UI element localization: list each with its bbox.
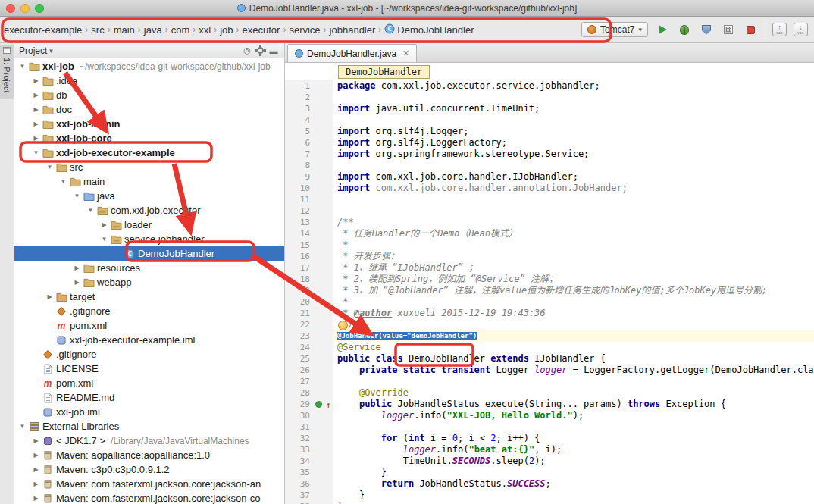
code-line-11[interactable]: 11 (285, 194, 814, 205)
tree-item-maven-com-fasterxml-jackson-core-jackson-co[interactable]: ▶Maven: com.fasterxml.jackson.core:jacks… (14, 491, 284, 504)
collapsed-arrow-icon[interactable]: ▶ (72, 265, 82, 271)
tree-item-db[interactable]: ▶db (14, 88, 284, 102)
collapsed-arrow-icon[interactable]: ▶ (31, 495, 41, 502)
breadcrumb-item-main[interactable]: main (111, 23, 137, 37)
tree-item-xxl-job-admin[interactable]: ▶xxl-job-admin (14, 117, 284, 131)
breadcrumb-item-job[interactable]: job (218, 23, 235, 37)
vcs-commit-button[interactable]: ↓ vcs (794, 23, 808, 36)
tree-item-webapp[interactable]: ▶webapp (14, 275, 284, 290)
tree-item-maven-c3p0-c3p0-0-9-1-2[interactable]: ▶Maven: c3p0:c3p0:0.9.1.2 (14, 462, 284, 477)
code-line-22[interactable]: 22 */ (285, 319, 814, 330)
collapsed-arrow-icon[interactable]: ▶ (31, 466, 41, 473)
breadcrumb-item-demojobhandler[interactable]: CDemoJobHandler (382, 22, 476, 38)
code-line-37[interactable]: 37 } (285, 490, 814, 501)
expanded-arrow-icon[interactable]: ▼ (72, 193, 82, 199)
tree-item-com-xxl-job-executor[interactable]: ▼com.xxl.job.executor (14, 203, 284, 218)
collapsed-arrow-icon[interactable]: ▶ (31, 452, 41, 459)
expanded-arrow-icon[interactable]: ▼ (86, 207, 95, 214)
collapsed-arrow-icon[interactable]: ▶ (31, 121, 41, 127)
tree-item-pom-xml[interactable]: mpom.xml (14, 318, 284, 333)
editor-tab-demojobhandler[interactable]: DemoJobHandler.java ✕ (287, 44, 417, 62)
collapsed-arrow-icon[interactable]: ▶ (31, 437, 41, 444)
code-line-14[interactable]: 14 * 任务Handler的一个Demo（Bean模式） (285, 228, 814, 239)
code-editor[interactable]: 1package com.xxl.job.executor.service.jo… (285, 80, 814, 504)
collapsed-arrow-icon[interactable]: ▶ (31, 92, 41, 99)
close-tab-icon[interactable]: ✕ (402, 49, 409, 58)
tree-item-demojobhandler[interactable]: CDemoJobHandler (14, 246, 284, 261)
tree-item-main[interactable]: ▼main (14, 174, 284, 189)
tree-item-xxl-job-iml[interactable]: xxl-job.iml (14, 405, 284, 419)
breadcrumb-item-xxl[interactable]: xxl (196, 23, 213, 37)
tree-item-external-libraries[interactable]: ▼External Libraries (14, 419, 284, 434)
code-line-25[interactable]: 25public class DemoJobHandler extends IJ… (285, 353, 814, 365)
collapsed-arrow-icon[interactable]: ▶ (45, 293, 55, 300)
chevron-down-icon[interactable]: ▾ (49, 47, 53, 55)
breadcrumb-item-executor-example[interactable]: executor-example (2, 23, 84, 37)
override-method-icon[interactable]: ↑ (326, 399, 331, 411)
tree-item-pom-xml[interactable]: mpom.xml (14, 376, 284, 390)
tree-item-target[interactable]: ▶target (14, 290, 284, 304)
stop-button[interactable] (743, 22, 758, 37)
breadcrumb-item-src[interactable]: src (89, 23, 106, 37)
tree-item-java[interactable]: ▼java (14, 189, 284, 203)
tree-item-loader[interactable]: ▶loader (14, 218, 284, 232)
code-line-23[interactable]: 23@JobHander(value="demoJobHandler") (285, 330, 814, 342)
code-line-16[interactable]: 16 * 开发步骤： (285, 251, 814, 262)
tree-item-gitignore[interactable]: .gitignore (14, 347, 284, 362)
zoom-window-button[interactable] (35, 4, 44, 13)
code-line-5[interactable]: 5import org.slf4j.Logger; (285, 126, 814, 137)
minimize-window-button[interactable] (20, 4, 30, 13)
code-line-13[interactable]: 13/** (285, 217, 814, 228)
close-window-button[interactable] (6, 4, 15, 13)
code-line-21[interactable]: 21 * @author xuxueli 2015-12-19 19:43:36 (285, 308, 814, 319)
expanded-arrow-icon[interactable]: ▼ (45, 164, 55, 171)
breadcrumb-item-com[interactable]: com (169, 23, 193, 37)
breadcrumb-item-java[interactable]: java (142, 23, 164, 37)
code-line-31[interactable]: 31 (285, 421, 814, 433)
run-button[interactable] (655, 22, 670, 37)
code-line-17[interactable]: 17 * 1、继承 “IJobHandler” ； (285, 262, 814, 274)
expanded-arrow-icon[interactable]: ▼ (17, 63, 27, 70)
code-line-24[interactable]: 24@Service (285, 342, 814, 353)
coverage-button[interactable] (699, 22, 714, 37)
tree-item-xxl-job-executor-example-iml[interactable]: xxl-job-executor-example.iml (14, 333, 284, 347)
collapsed-arrow-icon[interactable]: ▶ (72, 279, 82, 286)
debug-button[interactable] (677, 22, 692, 37)
run-configuration-select[interactable]: Tomcat7 ▾ (581, 22, 648, 37)
code-line-8[interactable]: 8 (285, 160, 814, 171)
code-line-15[interactable]: 15 * (285, 239, 814, 251)
code-line-7[interactable]: 7import org.springframework.stereotype.S… (285, 149, 814, 160)
expanded-arrow-icon[interactable]: ▼ (31, 149, 41, 156)
structure-element-chip[interactable]: DemoJobHandler (338, 65, 430, 79)
tree-item-service-jobhandler[interactable]: ▼service.jobhandler (14, 232, 284, 246)
code-line-20[interactable]: 20 * (285, 296, 814, 308)
vcs-update-button[interactable]: ↑ vcs (772, 23, 787, 36)
code-line-35[interactable]: 35 } (285, 467, 814, 478)
code-line-36[interactable]: 36 return JobHandleStatus.SUCCESS; (285, 478, 814, 490)
code-line-34[interactable]: 34 TimeUnit.SECONDS.sleep(2); (285, 455, 814, 467)
collapsed-arrow-icon[interactable]: ▶ (31, 481, 41, 487)
tree-item-readme-md[interactable]: README.md (14, 390, 284, 405)
code-line-30[interactable]: 30 logger.info("XXL-JOB, Hello World."); (285, 410, 814, 421)
code-line-33[interactable]: 33 logger.info("beat at:{}", i); (285, 444, 814, 455)
tree-item-src[interactable]: ▼src (14, 160, 284, 174)
code-line-1[interactable]: 1package com.xxl.job.executor.service.jo… (285, 80, 814, 92)
tree-item-resources[interactable]: ▶resources (14, 261, 284, 275)
collapsed-arrow-icon[interactable]: ▶ (31, 106, 41, 113)
code-line-26[interactable]: 26 private static transient Logger logge… (285, 365, 814, 376)
code-line-29[interactable]: 29↑ public JobHandleStatus execute(Strin… (285, 399, 814, 410)
expanded-arrow-icon[interactable]: ▼ (17, 423, 27, 430)
gear-icon[interactable] (257, 47, 264, 54)
tree-item-license[interactable]: LICENSE (14, 362, 284, 376)
tree-item-xxl-job-executor-example[interactable]: ▼xxl-job-executor-example (14, 146, 284, 160)
breadcrumb-item-jobhandler[interactable]: jobhandler (327, 23, 378, 37)
code-line-10[interactable]: 10import com.xxl.job.core.handler.annota… (285, 183, 814, 194)
code-line-19[interactable]: 19 * 3、加 “@JobHander” 注解，注解value值为新增任务生成… (285, 285, 814, 296)
project-toolwindow-button[interactable]: 1: Project (0, 45, 14, 99)
code-line-4[interactable]: 4 (285, 114, 814, 126)
code-line-32[interactable]: 32 for (int i = 0; i < 2; i++) { (285, 433, 814, 444)
tree-item-maven-com-fasterxml-jackson-core-jackson-an[interactable]: ▶Maven: com.fasterxml.jackson.core:jacks… (14, 477, 284, 491)
code-line-28[interactable]: 28 @Override (285, 387, 814, 399)
code-line-12[interactable]: 12 (285, 205, 814, 217)
tree-item-gitignore[interactable]: .gitignore (14, 304, 284, 318)
